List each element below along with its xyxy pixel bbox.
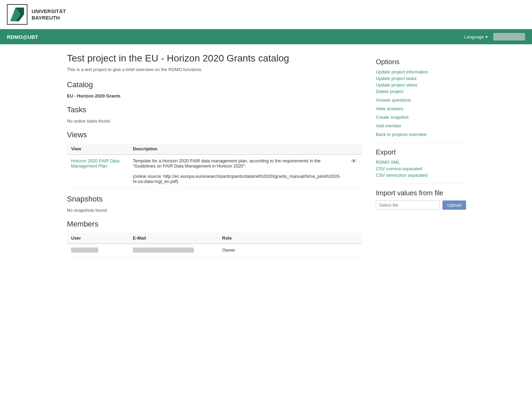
snapshots-empty-text: No snapshots found.: [67, 208, 362, 213]
members-section-heading: Members: [67, 220, 362, 229]
export-csv-comma[interactable]: CSV comma separated: [376, 166, 465, 171]
view-link[interactable]: Horizon 2020 FAIR Data Management Plan: [71, 158, 119, 169]
sidebar-divider-2: [376, 183, 465, 184]
option-update-project-info[interactable]: Update project information: [376, 69, 465, 74]
university-header: UNIVERSITÄT BAYREUTH: [0, 0, 532, 29]
option-update-project-tasks[interactable]: Update project tasks: [376, 76, 465, 81]
view-extra: (online source: http://ec.europa.eu/rese…: [133, 174, 341, 184]
page-title: Test project in the EU - Horizon 2020 Gr…: [67, 53, 362, 64]
tasks-section-heading: Tasks: [67, 105, 362, 114]
export-rdmo-xml[interactable]: RDMO XML: [376, 160, 465, 165]
table-row: Horizon 2020 FAIR Data Management Plan T…: [67, 154, 362, 188]
catalog-value: EU - Horizon 2020 Grants: [67, 93, 362, 99]
tasks-empty-text: No active tasks found.: [67, 118, 362, 124]
members-table: User E-Mail Role Person Name person@exam…: [67, 233, 362, 256]
views-col-actions: [346, 143, 362, 154]
views-col-description: Description: [129, 143, 346, 154]
option-update-project-views[interactable]: Update project views: [376, 82, 465, 88]
navbar-user[interactable]: Person Name: [493, 33, 525, 41]
navbar: RDMO@UBT Language Person Name: [0, 29, 532, 44]
views-section-heading: Views: [67, 130, 362, 139]
university-name: UNIVERSITÄT BAYREUTH: [32, 8, 66, 21]
members-col-user: User: [67, 233, 129, 244]
snapshots-section-heading: Snapshots: [67, 195, 362, 204]
import-heading: Import values from file: [376, 189, 465, 197]
table-row: Person Name person@example.university.de…: [67, 244, 362, 256]
upload-button[interactable]: Upload: [442, 200, 466, 210]
options-heading: Options: [376, 58, 465, 66]
import-file-row: Upload: [376, 200, 465, 210]
content-area: Test project in the EU - Horizon 2020 Gr…: [67, 53, 362, 263]
member-role: Owner: [222, 247, 235, 253]
navbar-right: Language Person Name: [464, 33, 525, 41]
view-description: Template for a Horizon 2020 FAIR data ma…: [133, 158, 321, 169]
views-table: View Description Horizon 2020 FAIR Data …: [67, 143, 362, 188]
language-dropdown[interactable]: Language: [464, 34, 487, 39]
member-email: person@example.university.de: [133, 247, 194, 253]
page-subtitle: This is a test project to give a brief o…: [67, 67, 362, 72]
option-view-answers[interactable]: View answers: [376, 106, 465, 111]
views-col-view: View: [67, 143, 129, 154]
export-csv-semicolon[interactable]: CSV semicolon separated: [376, 173, 465, 178]
option-back-to-projects[interactable]: Back to projects overview: [376, 132, 465, 137]
export-heading: Export: [376, 148, 465, 156]
catalog-section-heading: Catalog: [67, 80, 362, 89]
option-delete-project[interactable]: Delete project: [376, 89, 465, 94]
member-user: Person Name: [71, 247, 98, 253]
navbar-brand: RDMO@UBT: [7, 34, 38, 40]
sidebar: Options Update project information Updat…: [376, 53, 465, 263]
members-col-role: Role: [218, 233, 362, 244]
university-logo: [7, 4, 27, 25]
members-col-email: E-Mail: [129, 233, 218, 244]
option-add-member[interactable]: Add member: [376, 123, 465, 128]
option-create-snapshot[interactable]: Create snapshot: [376, 115, 465, 120]
view-eye-icon[interactable]: 👁: [350, 157, 358, 165]
main-container: Test project in the EU - Horizon 2020 Gr…: [60, 44, 472, 272]
option-answer-questions[interactable]: Answer questions: [376, 97, 465, 103]
file-input[interactable]: [376, 200, 440, 210]
sidebar-divider-1: [376, 142, 465, 143]
